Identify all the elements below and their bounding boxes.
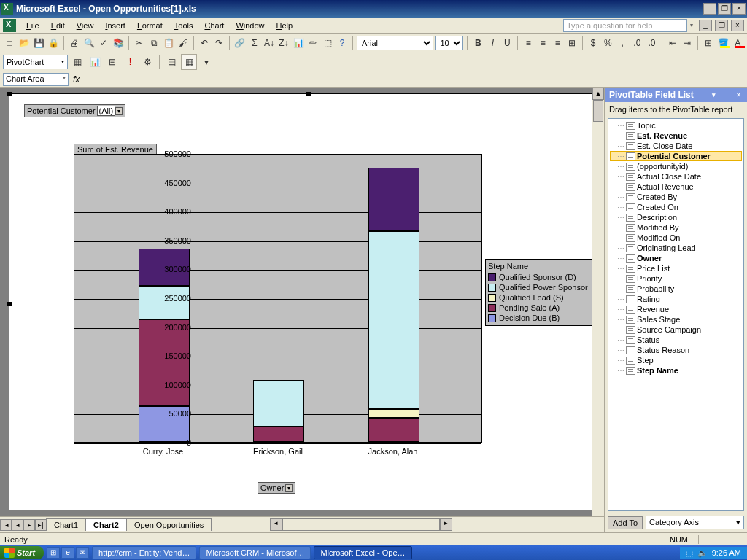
field-status-reason[interactable]: ⋯Status Reason [610, 345, 742, 355]
italic-button[interactable]: I [486, 35, 499, 51]
field-rating[interactable]: ⋯Rating [610, 294, 742, 304]
decrease-indent-button[interactable]: ⇤ [666, 35, 679, 51]
field-est-close-date[interactable]: ⋯Est. Close Date [610, 141, 742, 151]
bar-segment[interactable] [139, 319, 190, 406]
copy-button[interactable]: ⧉ [147, 35, 160, 51]
align-center-button[interactable]: ≡ [536, 35, 549, 51]
pivot-refresh-button[interactable]: ! [122, 54, 138, 70]
mdi-close[interactable]: × [731, 20, 744, 31]
name-box[interactable]: Chart Area▾ [3, 73, 69, 86]
sheet-tab-chart1[interactable]: Chart1 [46, 518, 86, 531]
permission-button[interactable]: 🔒 [47, 35, 60, 51]
menu-edit[interactable]: Edit [45, 20, 71, 31]
help-dropdown-icon[interactable]: ▾ [687, 22, 696, 28]
selection-handle[interactable] [7, 302, 12, 306]
dropdown-icon[interactable]: ▾ [115, 107, 123, 115]
chart-wizard-button[interactable]: 📊 [292, 35, 305, 51]
menu-format[interactable]: Format [131, 20, 169, 31]
pane-close-icon[interactable]: × [735, 91, 743, 98]
field-potential-customer[interactable]: ⋯Potential Customer [610, 151, 742, 161]
field-owner[interactable]: ⋯Owner [610, 253, 742, 263]
sort-desc-button[interactable]: Z↓ [277, 35, 290, 51]
underline-button[interactable]: U [500, 35, 514, 51]
vertical-scrollbar[interactable]: ▲ ▼ [592, 88, 604, 532]
tray-icon[interactable]: ⬚ [686, 548, 693, 558]
new-button[interactable]: □ [3, 35, 16, 51]
merge-center-button[interactable]: ⊞ [565, 35, 578, 51]
menu-window[interactable]: Window [230, 20, 270, 31]
ie-icon[interactable]: e [61, 547, 74, 559]
selection-handle[interactable] [7, 92, 12, 96]
open-button[interactable]: 📂 [18, 35, 31, 51]
menu-view[interactable]: View [71, 20, 100, 31]
spelling-button[interactable]: ✓ [97, 35, 110, 51]
field-est-revenue[interactable]: ⋯Est. Revenue [610, 131, 742, 141]
hyperlink-button[interactable]: 🔗 [233, 35, 247, 51]
currency-button[interactable]: $ [587, 35, 600, 51]
field-source-campaign[interactable]: ⋯Source Campaign [610, 324, 742, 335]
bold-button[interactable]: B [471, 35, 484, 51]
pivot-settings-button[interactable]: ⚙ [139, 54, 155, 70]
scroll-right-button[interactable]: ▸ [440, 518, 452, 531]
scroll-left-button[interactable]: ◂ [270, 518, 282, 531]
scroll-up-button[interactable]: ▲ [592, 88, 604, 100]
pane-options-icon[interactable]: ▾ [710, 91, 718, 98]
restore-button[interactable]: ❐ [718, 3, 731, 15]
font-select[interactable]: Arial [357, 36, 433, 50]
bar-segment[interactable] [368, 409, 419, 418]
field-step[interactable]: ⋯Step [610, 355, 742, 365]
decrease-decimal-button[interactable]: .0 [645, 35, 658, 51]
menu-tools[interactable]: Tools [169, 20, 199, 31]
bar-jackson-alan[interactable] [368, 153, 419, 442]
pivot-fieldlist-button[interactable]: ▦ [181, 54, 197, 70]
tab-last-button[interactable]: ▸| [35, 519, 47, 531]
start-button[interactable]: Start [0, 546, 44, 559]
close-button[interactable]: × [732, 3, 746, 15]
increase-indent-button[interactable]: ⇥ [681, 35, 694, 51]
add-to-button[interactable]: Add To [608, 516, 643, 529]
show-desktop-icon[interactable]: ⊞ [47, 547, 60, 559]
print-preview-button[interactable]: 🔍 [82, 35, 96, 51]
align-left-button[interactable]: ≡ [522, 35, 535, 51]
pivot-format-button[interactable]: ▦ [69, 54, 85, 70]
tab-first-button[interactable]: |◂ [0, 519, 12, 531]
menu-help[interactable]: Help [271, 20, 299, 31]
category-axis-field[interactable]: Owner ▾ [258, 482, 295, 494]
field-description[interactable]: ⋯Description [610, 212, 742, 222]
plot-area[interactable] [74, 154, 482, 443]
outlook-icon[interactable]: ✉ [76, 547, 89, 559]
bar-erickson-gail[interactable] [253, 153, 304, 442]
print-button[interactable]: 🖨 [68, 35, 81, 51]
menu-insert[interactable]: Insert [99, 20, 131, 31]
help-search-input[interactable]: Type a question for help [563, 19, 687, 32]
undo-button[interactable]: ↶ [198, 35, 211, 51]
zoom-button[interactable]: ⬚ [321, 35, 334, 51]
horizontal-scrollbar[interactable]: ◂ ▸ [270, 518, 452, 531]
field-revenue[interactable]: ⋯Revenue [610, 304, 742, 314]
tab-prev-button[interactable]: ◂ [12, 519, 23, 531]
field-probability[interactable]: ⋯Probability [610, 284, 742, 294]
drawing-button[interactable]: ✏ [306, 35, 320, 51]
format-painter-button[interactable]: 🖌 [177, 35, 190, 51]
chart-canvas[interactable]: Potential Customer (All) ▾ Sum of Est. R… [9, 93, 604, 510]
taskbar-button[interactable]: Microsoft Excel - Ope… [314, 546, 411, 559]
font-color-button[interactable]: A [731, 35, 744, 51]
field-topic[interactable]: ⋯Topic [610, 120, 742, 131]
pivot-chart-button[interactable]: 📊 [87, 54, 103, 70]
bar-segment[interactable] [253, 427, 304, 442]
align-right-button[interactable]: ≡ [551, 35, 564, 51]
field-status[interactable]: ⋯Status [610, 335, 742, 345]
mdi-minimize[interactable]: _ [699, 20, 712, 31]
bar-segment[interactable] [368, 231, 419, 409]
sheet-tab-chart2[interactable]: Chart2 [85, 518, 127, 531]
dropdown-icon[interactable]: ▾ [285, 484, 293, 492]
redo-button[interactable]: ↷ [212, 35, 225, 51]
field-priority[interactable]: ⋯Priority [610, 273, 742, 284]
menu-file[interactable]: File [20, 20, 45, 31]
taskbar-button[interactable]: http://crm - Entity: Vend… [92, 546, 196, 559]
bar-segment[interactable] [253, 380, 304, 426]
comma-button[interactable]: , [616, 35, 629, 51]
field-price-list[interactable]: ⋯Price List [610, 263, 742, 273]
save-button[interactable]: 💾 [32, 35, 45, 51]
minimize-button[interactable]: _ [703, 3, 716, 15]
